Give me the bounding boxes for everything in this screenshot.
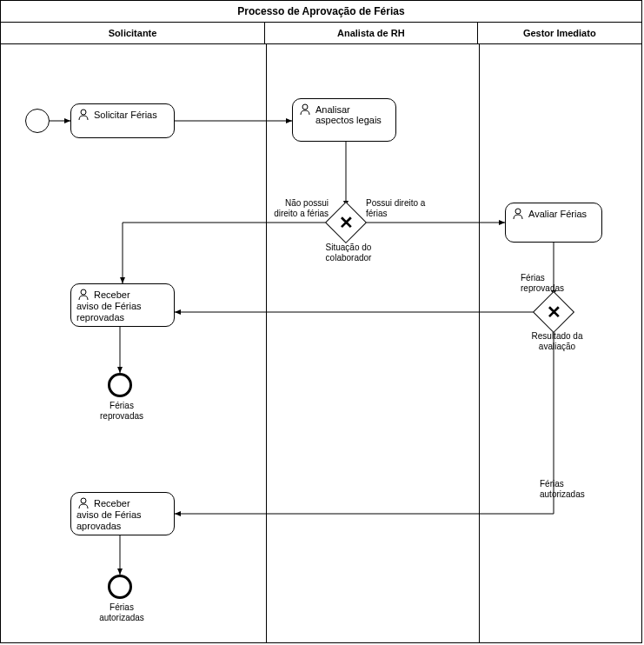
user-icon [76,496,90,510]
gateway-label: Resultado da avaliação [522,331,592,352]
flow-label-autorizadas: Férias autorizadas [540,479,609,500]
lane-header-solicitante: Solicitante [1,23,265,43]
lane-separator [479,44,480,643]
task-avaliar-ferias: Avaliar Férias [505,203,602,243]
lane-header-gestor: Gestor Imediato [478,23,641,43]
canvas: Solicitar Férias Analisar aspectos legai… [1,44,641,643]
task-label: Avaliar Férias [528,209,587,219]
user-icon [76,108,90,122]
task-label-l2: aviso de Férias [76,301,142,312]
lane-header-analista: Analista de RH [265,23,477,43]
task-analisar-aspectos: Analisar aspectos legais [292,98,396,142]
task-receber-aprovadas: Receber aviso de Férias aprovadas [70,492,175,535]
task-label: Analisar aspectos legais [315,104,382,125]
svg-point-1 [302,104,308,110]
gateway-situacao: ✕ [331,208,361,237]
bpmn-pool: Processo de Aprovação de Férias Solicita… [0,0,642,643]
pool-title: Processo de Aprovação de Férias [1,1,641,23]
user-icon [511,207,525,221]
end-label-reprovadas: Férias reprovadas [92,401,151,422]
end-event-reprovadas [108,373,132,397]
task-label-l1: Receber [94,289,130,300]
user-icon [76,288,90,302]
flow-label-reprovadas: Férias reprovadas [521,273,581,294]
end-event-autorizadas [108,575,132,599]
svg-point-3 [81,289,86,295]
task-receber-reprovadas: Receber aviso de Férias reprovadas [70,283,175,327]
svg-point-2 [515,209,521,214]
flow-label-possui-direito: Possui direito a férias [366,198,435,219]
task-label-l3: aprovadas [76,521,121,532]
svg-point-0 [81,110,86,115]
x-icon: ✕ [339,212,354,233]
start-event [25,109,50,133]
gateway-resultado: ✕ [539,297,568,327]
task-solicitar-ferias: Solicitar Férias [70,103,175,138]
task-label: Solicitar Férias [94,110,157,120]
gateway-label: Situação do colaborador [318,243,379,263]
task-label-l3: reprovadas [76,312,124,323]
lane-separator [266,44,267,643]
task-label-l1: Receber [94,498,130,509]
x-icon: ✕ [547,302,561,322]
lanes-header: Solicitante Analista de RH Gestor Imedia… [1,23,641,44]
end-label-autorizadas: Férias autorizadas [92,602,151,623]
svg-point-4 [81,498,86,503]
flow-label-nao-direito: Não possui direito a férias [259,198,329,219]
task-label-l2: aviso de Férias [76,509,142,521]
user-icon [298,103,312,116]
